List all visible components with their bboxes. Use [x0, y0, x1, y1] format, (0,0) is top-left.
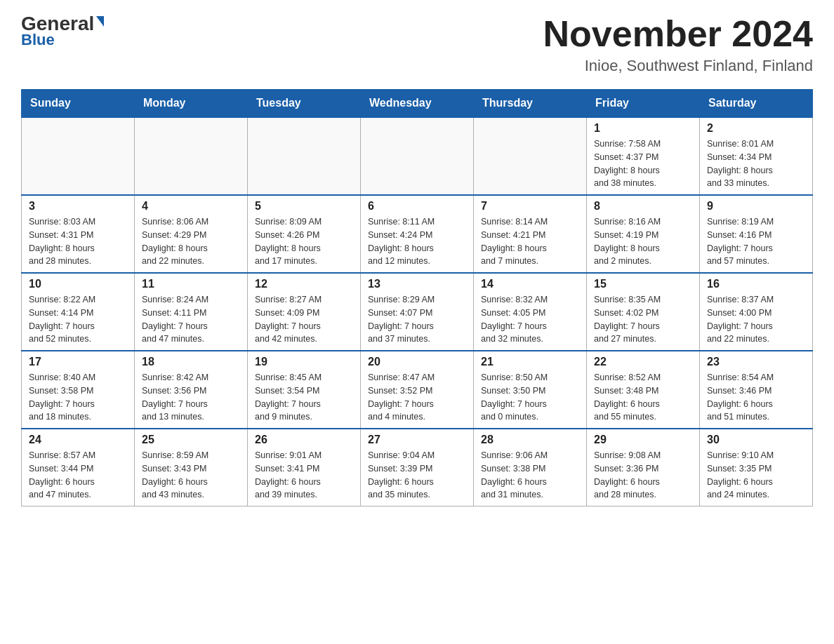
day-info: Sunrise: 8:50 AM Sunset: 3:50 PM Dayligh… [481, 371, 579, 424]
day-number: 28 [481, 434, 579, 446]
day-number: 24 [29, 434, 127, 446]
day-number: 19 [255, 356, 353, 368]
day-number: 2 [707, 122, 805, 135]
day-number: 9 [707, 200, 805, 213]
calendar-cell: 24Sunrise: 8:57 AM Sunset: 3:44 PM Dayli… [22, 429, 135, 507]
day-number: 29 [594, 434, 692, 446]
col-wednesday: Wednesday [361, 90, 474, 118]
day-number: 20 [368, 356, 466, 368]
day-info: Sunrise: 8:37 AM Sunset: 4:00 PM Dayligh… [707, 293, 805, 346]
calendar-cell: 6Sunrise: 8:11 AM Sunset: 4:24 PM Daylig… [361, 195, 474, 273]
day-info: Sunrise: 8:35 AM Sunset: 4:02 PM Dayligh… [594, 293, 692, 346]
day-info: Sunrise: 8:01 AM Sunset: 4:34 PM Dayligh… [707, 137, 805, 190]
day-number: 16 [707, 278, 805, 290]
day-info: Sunrise: 8:47 AM Sunset: 3:52 PM Dayligh… [368, 371, 466, 424]
day-info: Sunrise: 8:03 AM Sunset: 4:31 PM Dayligh… [29, 215, 127, 268]
col-tuesday: Tuesday [248, 90, 361, 118]
day-number: 5 [255, 200, 353, 213]
calendar-cell: 22Sunrise: 8:52 AM Sunset: 3:48 PM Dayli… [587, 351, 700, 429]
logo-triangle-icon [96, 16, 104, 27]
day-info: Sunrise: 8:27 AM Sunset: 4:09 PM Dayligh… [255, 293, 353, 346]
col-saturday: Saturday [700, 90, 813, 118]
day-number: 13 [368, 278, 466, 290]
day-info: Sunrise: 8:09 AM Sunset: 4:26 PM Dayligh… [255, 215, 353, 268]
calendar-cell: 8Sunrise: 8:16 AM Sunset: 4:19 PM Daylig… [587, 195, 700, 273]
calendar-cell: 27Sunrise: 9:04 AM Sunset: 3:39 PM Dayli… [361, 429, 474, 507]
day-number: 23 [707, 356, 805, 368]
calendar-cell: 13Sunrise: 8:29 AM Sunset: 4:07 PM Dayli… [361, 273, 474, 351]
calendar-cell [22, 117, 135, 195]
day-info: Sunrise: 8:24 AM Sunset: 4:11 PM Dayligh… [142, 293, 240, 346]
calendar-cell: 18Sunrise: 8:42 AM Sunset: 3:56 PM Dayli… [135, 351, 248, 429]
calendar-cell: 11Sunrise: 8:24 AM Sunset: 4:11 PM Dayli… [135, 273, 248, 351]
day-info: Sunrise: 7:58 AM Sunset: 4:37 PM Dayligh… [594, 137, 692, 190]
calendar-table: Sunday Monday Tuesday Wednesday Thursday… [21, 89, 813, 507]
week-row-4: 17Sunrise: 8:40 AM Sunset: 3:58 PM Dayli… [22, 351, 813, 429]
calendar-cell: 23Sunrise: 8:54 AM Sunset: 3:46 PM Dayli… [700, 351, 813, 429]
day-info: Sunrise: 9:08 AM Sunset: 3:36 PM Dayligh… [594, 449, 692, 502]
calendar-cell: 21Sunrise: 8:50 AM Sunset: 3:50 PM Dayli… [474, 351, 587, 429]
day-number: 30 [707, 434, 805, 446]
day-number: 1 [594, 122, 692, 135]
day-info: Sunrise: 8:11 AM Sunset: 4:24 PM Dayligh… [368, 215, 466, 268]
day-info: Sunrise: 8:06 AM Sunset: 4:29 PM Dayligh… [142, 215, 240, 268]
day-info: Sunrise: 8:45 AM Sunset: 3:54 PM Dayligh… [255, 371, 353, 424]
logo-blue: Blue [21, 31, 55, 49]
calendar-cell: 4Sunrise: 8:06 AM Sunset: 4:29 PM Daylig… [135, 195, 248, 273]
day-info: Sunrise: 8:57 AM Sunset: 3:44 PM Dayligh… [29, 449, 127, 502]
day-info: Sunrise: 9:06 AM Sunset: 3:38 PM Dayligh… [481, 449, 579, 502]
calendar-cell: 19Sunrise: 8:45 AM Sunset: 3:54 PM Dayli… [248, 351, 361, 429]
day-number: 18 [142, 356, 240, 368]
day-number: 8 [594, 200, 692, 213]
calendar-cell: 30Sunrise: 9:10 AM Sunset: 3:35 PM Dayli… [700, 429, 813, 507]
calendar-header-row: Sunday Monday Tuesday Wednesday Thursday… [22, 90, 813, 118]
day-info: Sunrise: 8:52 AM Sunset: 3:48 PM Dayligh… [594, 371, 692, 424]
calendar-cell [361, 117, 474, 195]
col-thursday: Thursday [474, 90, 587, 118]
day-info: Sunrise: 8:32 AM Sunset: 4:05 PM Dayligh… [481, 293, 579, 346]
calendar-cell: 7Sunrise: 8:14 AM Sunset: 4:21 PM Daylig… [474, 195, 587, 273]
day-info: Sunrise: 8:22 AM Sunset: 4:14 PM Dayligh… [29, 293, 127, 346]
calendar-cell [474, 117, 587, 195]
calendar-cell [248, 117, 361, 195]
day-number: 7 [481, 200, 579, 213]
day-number: 4 [142, 200, 240, 213]
day-info: Sunrise: 8:29 AM Sunset: 4:07 PM Dayligh… [368, 293, 466, 346]
day-number: 25 [142, 434, 240, 446]
week-row-2: 3Sunrise: 8:03 AM Sunset: 4:31 PM Daylig… [22, 195, 813, 273]
day-number: 27 [368, 434, 466, 446]
day-info: Sunrise: 8:40 AM Sunset: 3:58 PM Dayligh… [29, 371, 127, 424]
calendar-cell: 29Sunrise: 9:08 AM Sunset: 3:36 PM Dayli… [587, 429, 700, 507]
col-sunday: Sunday [22, 90, 135, 118]
day-info: Sunrise: 9:10 AM Sunset: 3:35 PM Dayligh… [707, 449, 805, 502]
week-row-3: 10Sunrise: 8:22 AM Sunset: 4:14 PM Dayli… [22, 273, 813, 351]
title-block: November 2024 Inioe, Southwest Finland, … [543, 14, 813, 75]
day-info: Sunrise: 8:16 AM Sunset: 4:19 PM Dayligh… [594, 215, 692, 268]
calendar-cell: 14Sunrise: 8:32 AM Sunset: 4:05 PM Dayli… [474, 273, 587, 351]
calendar-cell: 10Sunrise: 8:22 AM Sunset: 4:14 PM Dayli… [22, 273, 135, 351]
col-monday: Monday [135, 90, 248, 118]
day-number: 3 [29, 200, 127, 213]
calendar-cell [135, 117, 248, 195]
page-subtitle: Inioe, Southwest Finland, Finland [543, 57, 813, 75]
day-number: 22 [594, 356, 692, 368]
day-info: Sunrise: 8:54 AM Sunset: 3:46 PM Dayligh… [707, 371, 805, 424]
day-info: Sunrise: 8:42 AM Sunset: 3:56 PM Dayligh… [142, 371, 240, 424]
day-number: 26 [255, 434, 353, 446]
calendar-cell: 25Sunrise: 8:59 AM Sunset: 3:43 PM Dayli… [135, 429, 248, 507]
day-number: 21 [481, 356, 579, 368]
calendar-cell: 9Sunrise: 8:19 AM Sunset: 4:16 PM Daylig… [700, 195, 813, 273]
calendar-cell: 3Sunrise: 8:03 AM Sunset: 4:31 PM Daylig… [22, 195, 135, 273]
calendar-cell: 28Sunrise: 9:06 AM Sunset: 3:38 PM Dayli… [474, 429, 587, 507]
day-info: Sunrise: 8:14 AM Sunset: 4:21 PM Dayligh… [481, 215, 579, 268]
calendar-cell: 5Sunrise: 8:09 AM Sunset: 4:26 PM Daylig… [248, 195, 361, 273]
calendar-cell: 1Sunrise: 7:58 AM Sunset: 4:37 PM Daylig… [587, 117, 700, 195]
day-info: Sunrise: 9:01 AM Sunset: 3:41 PM Dayligh… [255, 449, 353, 502]
calendar-cell: 17Sunrise: 8:40 AM Sunset: 3:58 PM Dayli… [22, 351, 135, 429]
day-number: 6 [368, 200, 466, 213]
week-row-5: 24Sunrise: 8:57 AM Sunset: 3:44 PM Dayli… [22, 429, 813, 507]
calendar-cell: 12Sunrise: 8:27 AM Sunset: 4:09 PM Dayli… [248, 273, 361, 351]
day-info: Sunrise: 8:19 AM Sunset: 4:16 PM Dayligh… [707, 215, 805, 268]
calendar-cell: 15Sunrise: 8:35 AM Sunset: 4:02 PM Dayli… [587, 273, 700, 351]
logo: General Blue [21, 14, 104, 49]
